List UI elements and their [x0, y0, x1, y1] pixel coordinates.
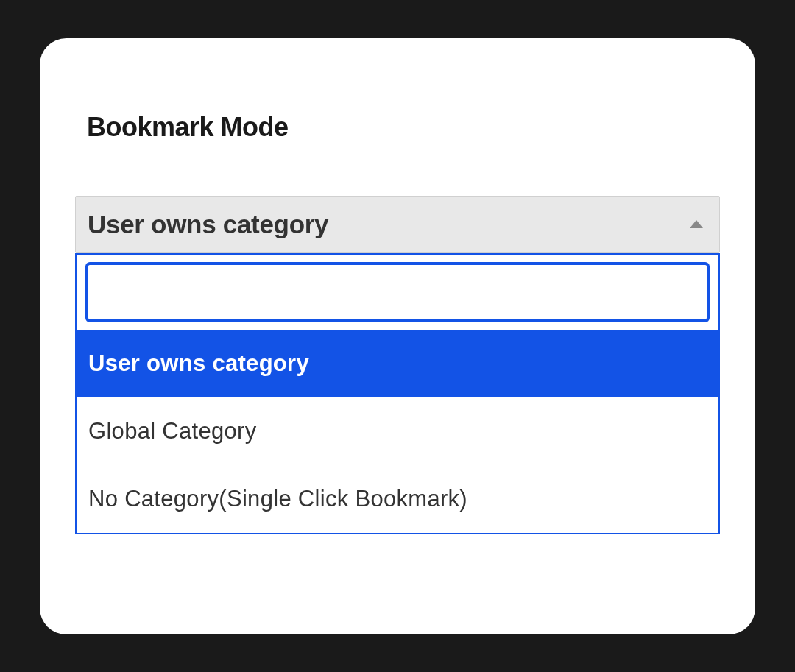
select-current-value: User owns category [88, 210, 328, 239]
dropdown-item-global-category[interactable]: Global Category [77, 397, 718, 465]
dropdown-item-user-owns-category[interactable]: User owns category [77, 330, 718, 397]
dropdown-search-band [77, 253, 718, 330]
caret-up-icon [690, 220, 703, 228]
dropdown-list: User owns category Global Category No Ca… [77, 330, 718, 533]
dropdown-panel: User owns category Global Category No Ca… [75, 253, 720, 534]
settings-card: Bookmark Mode User owns category User ow… [40, 38, 755, 634]
section-heading: Bookmark Mode [87, 112, 720, 143]
dropdown-item-no-category[interactable]: No Category(Single Click Bookmark) [77, 465, 718, 533]
dropdown-search-input[interactable] [85, 262, 710, 322]
select-display[interactable]: User owns category [75, 196, 720, 253]
bookmark-mode-select: User owns category User owns category Gl… [75, 196, 720, 534]
